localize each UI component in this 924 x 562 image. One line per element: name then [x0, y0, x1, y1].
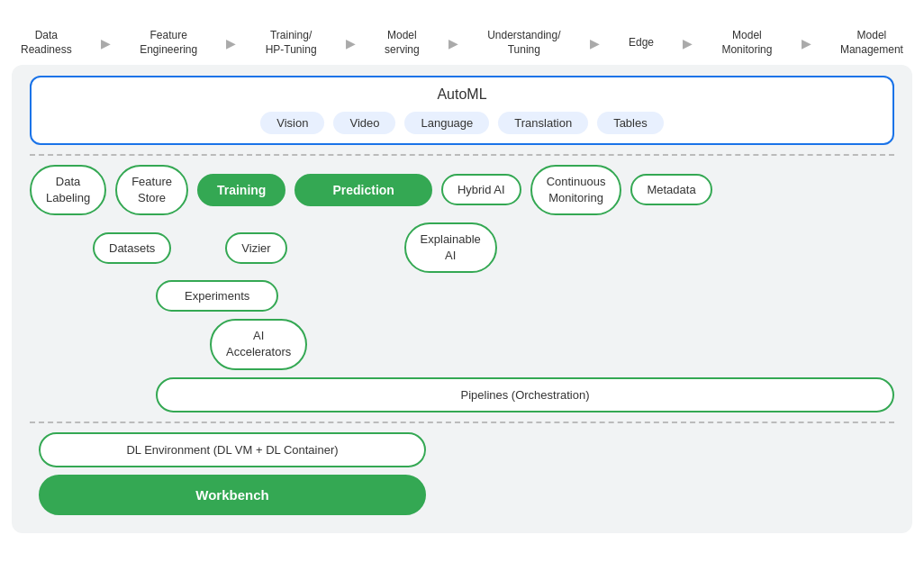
step-understanding: Understanding/ Tuning — [487, 29, 560, 57]
divider-top — [30, 154, 894, 156]
divider-bottom — [30, 422, 894, 423]
arrow-4: ▶ — [448, 36, 458, 50]
arrow-3: ▶ — [346, 36, 356, 50]
row2: Datasets Vizier ExplainableAI — [30, 222, 894, 273]
step-model-management: Model Management — [840, 29, 903, 57]
row4: AIAccelerators — [30, 319, 894, 369]
pill-data-labeling: DataLabeling — [30, 165, 106, 215]
pill-experiments: Experiments — [156, 280, 278, 312]
arrow-6: ▶ — [683, 36, 693, 50]
chip-video: Video — [333, 112, 395, 134]
arrow-2: ▶ — [226, 36, 236, 50]
chip-tables: Tables — [597, 112, 664, 134]
pill-hybrid-ai: Hybrid AI — [441, 174, 521, 205]
pill-pipelines: Pipelines (Orchestration) — [156, 377, 894, 412]
pill-prediction: Prediction — [294, 174, 431, 206]
automl-chips: Vision Video Language Translation Tables — [45, 112, 879, 134]
pill-metadata: Metadata — [630, 174, 711, 205]
arrow-5: ▶ — [590, 36, 600, 50]
chip-translation: Translation — [498, 112, 588, 134]
pill-vizier: Vizier — [225, 232, 286, 264]
step-data-readiness: Data Readiness — [21, 29, 72, 57]
workbench-bar: Workbench — [39, 475, 426, 515]
main-content: DataLabeling FeatureStore Training Predi… — [30, 165, 894, 412]
dl-environment: DL Environment (DL VM + DL Container) — [39, 432, 426, 467]
automl-title: AutoML — [45, 86, 879, 103]
pill-feature-store: FeatureStore — [115, 165, 188, 215]
chip-language: Language — [404, 112, 489, 134]
pill-datasets: Datasets — [93, 232, 171, 264]
step-training-hp: Training/ HP-Tuning — [266, 29, 317, 57]
bottom-section: DL Environment (DL VM + DL Container) Wo… — [30, 432, 894, 515]
pill-ai-accelerators: AIAccelerators — [210, 319, 307, 369]
step-edge: Edge — [629, 36, 654, 50]
step-model-serving: Model serving — [385, 29, 420, 57]
row-pipelines: Pipelines (Orchestration) — [30, 377, 894, 412]
pill-training: Training — [197, 174, 285, 206]
diagram-area: AutoML Vision Video Language Translation… — [12, 65, 912, 533]
pipeline-header: Data Readiness ▶ Feature Engineering ▶ T… — [12, 29, 912, 64]
pill-explainable-ai: ExplainableAI — [404, 222, 497, 273]
automl-section: AutoML Vision Video Language Translation… — [30, 76, 894, 145]
step-model-monitoring: Model Monitoring — [721, 29, 772, 57]
arrow-7: ▶ — [802, 36, 811, 50]
pill-continuous-monitoring: ContinuousMonitoring — [530, 165, 622, 215]
arrow-1: ▶ — [101, 36, 111, 50]
chip-vision: Vision — [260, 112, 324, 134]
row1: DataLabeling FeatureStore Training Predi… — [30, 165, 894, 215]
step-feature-engineering: Feature Engineering — [140, 29, 197, 57]
main-container: Data Readiness ▶ Feature Engineering ▶ T… — [12, 29, 912, 532]
row3: Experiments — [30, 280, 894, 312]
